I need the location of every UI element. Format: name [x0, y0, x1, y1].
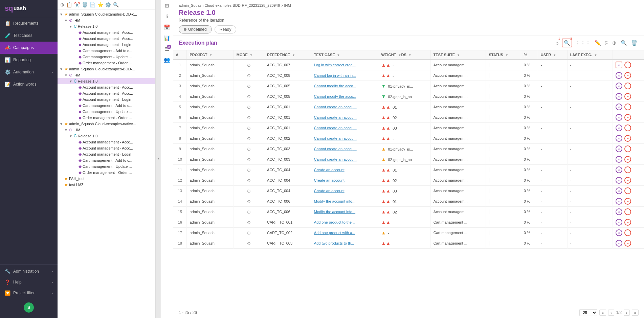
copy-icon[interactable]: 📋: [66, 2, 72, 7]
prev-page-button[interactable]: ‹: [608, 310, 614, 316]
tree-toggle[interactable]: ▼: [64, 19, 69, 22]
col-reference[interactable]: REFERENCE ▼: [264, 50, 311, 60]
delete-icon[interactable]: 🗑️: [82, 2, 88, 7]
tree-toggle[interactable]: ▼: [64, 128, 69, 132]
run-test-button[interactable]: ○: [616, 229, 622, 236]
tree-node[interactable]: ◆ Account management - Login: [58, 42, 155, 48]
tree-toggle[interactable]: ▼: [69, 134, 74, 138]
tree-node[interactable]: ▼ ★ admin_Squash Cloud-examples-native..…: [58, 121, 155, 127]
tree-node[interactable]: ▼ C Release 1.0: [58, 23, 155, 29]
status-ready-button[interactable]: Ready: [215, 25, 237, 33]
tree-node[interactable]: ◆ Account management - Login: [58, 96, 155, 103]
remove-test-button[interactable]: −: [624, 62, 631, 68]
col-project[interactable]: PROJECT ▼: [187, 50, 234, 60]
col-mode[interactable]: MODE ▼: [234, 50, 264, 60]
row-test-case[interactable]: Add one product to the...: [311, 217, 378, 228]
col-user[interactable]: USER ▼: [538, 50, 567, 60]
row-test-case[interactable]: Cannot create an accou...: [311, 123, 378, 133]
remove-test-button[interactable]: −: [624, 177, 631, 184]
tree-toggle[interactable]: ▼: [60, 122, 64, 126]
run-test-button[interactable]: ○: [616, 62, 622, 68]
tree-node[interactable]: ▼ C Release 1.0: [58, 133, 155, 139]
remove-test-button[interactable]: −: [624, 166, 631, 173]
sidebar-item-administration[interactable]: 🔧 Administration ›: [0, 266, 58, 277]
remove-test-button[interactable]: −: [624, 93, 631, 100]
tree-node[interactable]: ◆ Account management - Accc...: [58, 139, 155, 145]
run-test-button[interactable]: ○: [616, 219, 622, 226]
remove-test-button[interactable]: −: [624, 83, 631, 89]
tree-node[interactable]: ◆ Account management - Accc...: [58, 145, 155, 151]
table-container[interactable]: # PROJECT ▼ MODE ▼ REFERENCE ▼ TEST CASE…: [173, 50, 644, 307]
tree-toggle[interactable]: ▼: [69, 80, 74, 83]
star-icon[interactable]: ⭐: [97, 2, 103, 7]
add-icon[interactable]: ⊕: [60, 2, 64, 7]
tree-node[interactable]: ▼ ★ admin_Squash Cloud-examples-BDD-c...: [58, 11, 155, 17]
run-test-button[interactable]: ○: [616, 72, 622, 79]
remove-test-button[interactable]: −: [624, 156, 631, 163]
search-exec-icon[interactable]: 🔍 2: [562, 39, 572, 47]
remove-test-button[interactable]: −: [624, 198, 631, 205]
remove-test-button[interactable]: −: [624, 208, 631, 215]
run-test-button[interactable]: ○: [616, 187, 622, 194]
tree-toggle[interactable]: ▼: [60, 67, 64, 71]
run-test-button[interactable]: ○: [616, 166, 622, 173]
col-percent[interactable]: %: [521, 50, 538, 60]
col-last-exec[interactable]: LAST EXEC. ▼: [567, 50, 613, 60]
tree-toggle[interactable]: ▼: [69, 25, 74, 28]
row-test-case[interactable]: Add two products to th...: [311, 238, 378, 249]
status-undefined-button[interactable]: Undefined: [179, 25, 212, 33]
run-test-button[interactable]: ○: [616, 145, 622, 152]
row-test-case[interactable]: Log in with correct cred...: [311, 60, 378, 70]
tree-toggle[interactable]: ▼: [60, 13, 64, 16]
tree-node[interactable]: ◆ Account management - Login: [58, 151, 155, 157]
row-test-case[interactable]: Cannot create an accou...: [311, 133, 378, 144]
tree-node[interactable]: ◆ Account management - Accc...: [58, 90, 155, 96]
tree-node[interactable]: ★ test LMZ: [58, 182, 155, 188]
col-test-suite[interactable]: TEST SUITE ▼: [430, 50, 486, 60]
tree-node[interactable]: ▼ ⊙ IHM: [58, 72, 155, 78]
remove-test-button[interactable]: −: [624, 145, 631, 152]
col-weight[interactable]: WEIGHT ▼DS ▼: [378, 50, 430, 60]
col-test-case[interactable]: TEST CASE ▼: [311, 50, 378, 60]
col-status[interactable]: STATUS ▼: [486, 50, 521, 60]
next-page-button[interactable]: ›: [624, 310, 630, 316]
run-test-button[interactable]: ○: [616, 83, 622, 89]
search-filter-icon[interactable]: 🔍: [620, 39, 628, 47]
remove-test-button[interactable]: −: [624, 114, 631, 121]
info-icon[interactable]: ℹ: [166, 14, 168, 20]
tree-node[interactable]: ▼ ★ admin_Squash Cloud-examples-BDD-...: [58, 66, 155, 72]
run-test-button[interactable]: ○: [616, 114, 622, 121]
row-test-case[interactable]: Cannot log in with an in...: [311, 70, 378, 81]
sidebar-item-project-filter[interactable]: 🔽 Project filter ›: [0, 288, 58, 298]
chart-icon[interactable]: 📊: [164, 35, 170, 41]
paste-icon[interactable]: 📄: [90, 2, 95, 7]
remove-test-button[interactable]: −: [624, 72, 631, 79]
column-view-icon[interactable]: ⋮⋮⋮: [574, 39, 592, 47]
tree-node[interactable]: ▼ ⊙ IHM: [58, 127, 155, 133]
row-test-case[interactable]: Create an account: [311, 175, 378, 186]
row-test-case[interactable]: Add one product with a...: [311, 228, 378, 238]
tree-node[interactable]: ▼ C Release 1.0: [58, 78, 155, 84]
tree-node[interactable]: ◆ Cart management - Add to c...: [58, 103, 155, 109]
tree-node[interactable]: ▼ ⊙ IHM: [58, 17, 155, 23]
sidebar-item-reporting[interactable]: 📊 Reporting: [0, 54, 58, 66]
sidebar-item-help[interactable]: ❓ Help ›: [0, 277, 58, 288]
duplicate-icon[interactable]: ⎘: [604, 39, 609, 47]
row-test-case[interactable]: Create an account: [311, 186, 378, 196]
tree-node[interactable]: ◆ Cart management - Update ...: [58, 109, 155, 115]
panel-toggle[interactable]: ‹: [156, 0, 161, 318]
run-test-button[interactable]: ○: [616, 93, 622, 100]
delete-exec-icon[interactable]: 🗑️: [630, 39, 639, 47]
remove-test-button[interactable]: −: [624, 104, 631, 110]
sidebar-item-action-words[interactable]: 📝 Action words: [0, 78, 58, 90]
tree-node[interactable]: ◆ Cart management - Add to c...: [58, 157, 155, 163]
run-test-button[interactable]: ○: [616, 198, 622, 205]
row-test-case[interactable]: Cannot modify the acco...: [311, 81, 378, 91]
row-test-case[interactable]: Create an account: [311, 165, 378, 175]
users-icon[interactable]: 👥: [164, 57, 170, 63]
tree-node[interactable]: ◆ Order management - Order ...: [58, 115, 155, 121]
remove-test-button[interactable]: −: [624, 219, 631, 226]
tree-node[interactable]: ◆ Order management - Order ...: [58, 169, 155, 176]
tree-node[interactable]: ★ FAH_test: [58, 176, 155, 182]
last-page-button[interactable]: »: [632, 310, 639, 316]
